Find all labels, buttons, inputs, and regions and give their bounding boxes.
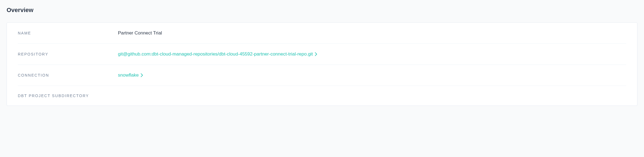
row-label-repository: REPOSITORY <box>18 52 118 56</box>
overview-row-name: NAME Partner Connect Trial <box>18 23 626 44</box>
overview-row-subdirectory: DBT PROJECT SUBDIRECTORY <box>18 86 626 106</box>
overview-card: NAME Partner Connect Trial REPOSITORY gi… <box>7 22 637 106</box>
connection-link-text: snowflake <box>118 72 139 78</box>
repository-link-text: git@github.com:dbt-cloud-managed-reposit… <box>118 51 313 57</box>
overview-row-connection: CONNECTION snowflake <box>18 65 626 86</box>
chevron-right-icon <box>315 52 317 56</box>
row-label-subdirectory: DBT PROJECT SUBDIRECTORY <box>18 94 118 98</box>
row-label-name: NAME <box>18 31 118 35</box>
connection-link[interactable]: snowflake <box>118 72 143 78</box>
chevron-right-icon <box>140 73 143 77</box>
overview-row-repository: REPOSITORY git@github.com:dbt-cloud-mana… <box>18 44 626 65</box>
page-title: Overview <box>7 7 637 14</box>
repository-link[interactable]: git@github.com:dbt-cloud-managed-reposit… <box>118 51 317 57</box>
row-label-connection: CONNECTION <box>18 73 118 77</box>
row-value-name: Partner Connect Trial <box>118 30 162 36</box>
